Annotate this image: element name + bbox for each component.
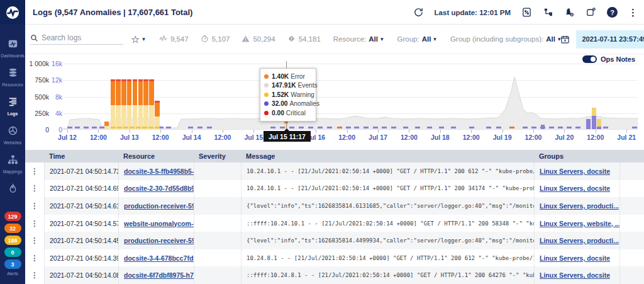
tooltip-value: 32.00 xyxy=(272,100,288,107)
column-header-message: Message xyxy=(241,152,534,160)
alert-count-badge[interactable]: 129 xyxy=(4,212,21,221)
anomaly-tick xyxy=(207,127,212,128)
sidebar-item-label: Dashboards xyxy=(1,54,25,58)
groups-link[interactable]: Linux Servers, docsite xyxy=(540,254,610,262)
resource-link[interactable]: docsite-6f7dbf8975-h75... xyxy=(124,271,194,279)
groups-link[interactable]: Linux Servers, docsite xyxy=(540,271,610,279)
ops-notes-control: Ops Notes xyxy=(582,55,635,63)
cell-severity xyxy=(194,162,241,180)
cell-message: ::ffff:10.24.8.1 - - [21/Jul/2021:02:50:… xyxy=(241,266,534,284)
y-axis-label-right: 16k xyxy=(51,60,62,67)
top-bar-actions: Last update: 12:01 PM ? ⋮ xyxy=(413,0,638,25)
groups-link[interactable]: Linux Servers, producti... xyxy=(540,202,619,210)
search-input[interactable] xyxy=(42,33,123,42)
x-axis-label: Jul 18 xyxy=(431,133,450,141)
x-axis-tick xyxy=(98,130,99,133)
y-axis-label-right: 12k xyxy=(51,76,62,84)
resource-link[interactable]: production-receiver-59... xyxy=(124,202,194,210)
cell-resource: docsite-3-4-678bcc7fdf... xyxy=(118,249,194,267)
cell-time: 2021-07-21 04:50:14.450 xyxy=(44,232,118,249)
more-menu-icon[interactable]: ⋮ xyxy=(628,7,638,18)
anomaly-tick xyxy=(575,127,580,128)
calendar-icon[interactable] xyxy=(560,35,570,44)
cell-severity xyxy=(194,232,241,249)
row-menu-kebab-icon[interactable]: ⋮ xyxy=(25,215,44,232)
logicmonitor-logo[interactable] xyxy=(0,0,25,25)
plot-area[interactable] xyxy=(63,64,638,130)
x-axis-label: Jul 17 xyxy=(369,133,387,141)
sidebar-item-logs[interactable]: Logs xyxy=(1,96,25,116)
y-axis-label-left: 750k xyxy=(25,76,49,84)
resource-link[interactable]: docsite-2-30-7d55d8b9... xyxy=(124,185,194,192)
sidebar-item-flame[interactable] xyxy=(1,183,25,196)
y-axis-label-right: 0 xyxy=(51,126,62,133)
sidebar-item-resources[interactable]: Resources xyxy=(1,67,25,87)
tooltip-label: Error xyxy=(291,73,305,80)
anomaly-tick xyxy=(496,127,501,128)
groups-link[interactable]: Linux Servers, website, ... xyxy=(540,220,619,227)
database-percent-icon[interactable] xyxy=(521,7,532,18)
column-header-groups: Groups xyxy=(534,152,619,160)
time-range-picker[interactable]: 2021-07-11 23:57:49 - 2021-07-21 04:50:1… xyxy=(576,30,644,48)
help-icon[interactable]: ? xyxy=(607,7,618,18)
warnings-stat[interactable]: 50,294 xyxy=(242,35,275,44)
open-window-icon[interactable] xyxy=(586,7,596,18)
saved-filters-star[interactable]: ☆ ▾ xyxy=(131,33,145,45)
errors-stat[interactable]: 54,181 xyxy=(287,35,321,44)
series-color-dot xyxy=(264,83,269,88)
anomaly-tick xyxy=(391,127,396,128)
alert-count-badge[interactable]: 0 xyxy=(4,247,21,257)
tooltip-row: 0.00Critical xyxy=(264,108,312,118)
x-axis-tick xyxy=(253,130,254,133)
pulse-icon xyxy=(159,35,167,44)
refresh-icon[interactable] xyxy=(413,7,424,18)
chart-tooltip: 1.40KError147.91KEvents1.52KWarning32.00… xyxy=(260,68,316,122)
groups-link[interactable]: Linux Servers, docsite xyxy=(540,185,610,192)
resources-icon xyxy=(8,67,18,81)
group-dropdown[interactable]: Group:All▾ xyxy=(397,35,436,43)
y-axis-label-left: 500k xyxy=(25,93,49,101)
tooltip-value: 0.00 xyxy=(272,110,284,116)
row-menu-kebab-icon[interactable]: ⋮ xyxy=(25,180,44,198)
anomalies-stat[interactable]: 9,547 xyxy=(159,35,189,44)
stacked-bar-segment xyxy=(121,105,126,129)
chevron-down-icon: ▾ xyxy=(433,36,436,42)
x-axis-label: Jul 14 xyxy=(182,133,201,141)
resource-link[interactable]: website-unomalycom-8... xyxy=(124,220,194,227)
ops-notes-toggle[interactable] xyxy=(582,55,597,63)
resource-link[interactable]: docsite-3-4-678bcc7fdf... xyxy=(124,254,194,262)
row-menu-kebab-icon[interactable]: ⋮ xyxy=(25,266,44,284)
cell-severity xyxy=(194,215,241,232)
resource-link[interactable]: docsite-3-5-ffb4958b5-... xyxy=(124,168,194,175)
sidebar-item-websites[interactable]: Websites xyxy=(1,125,25,145)
anomaly-tick xyxy=(558,127,563,128)
alert-count-badge[interactable]: 186 xyxy=(4,236,21,245)
group-including-subgroups-dropdown[interactable]: Group (including subgroups):All▾ xyxy=(450,35,561,43)
row-menu-kebab-icon[interactable]: ⋮ xyxy=(25,162,44,180)
row-menu-kebab-icon[interactable]: ⋮ xyxy=(25,232,44,249)
stacked-bar-segment xyxy=(149,81,154,105)
anomaly-tick xyxy=(439,127,444,128)
warning-triangle-icon xyxy=(242,35,250,44)
alert-settings-icon[interactable] xyxy=(564,7,575,18)
row-menu-kebab-icon[interactable]: ⋮ xyxy=(25,197,44,215)
resource-dropdown[interactable]: Resource:All▾ xyxy=(333,35,384,43)
tooltip-value: 1.52K xyxy=(272,91,289,98)
row-menu-kebab-icon[interactable]: ⋮ xyxy=(25,249,44,267)
sidebar-item-mappings[interactable]: Mappings xyxy=(1,154,25,174)
tooltip-row: 32.00Anomalies xyxy=(264,99,312,109)
alert-count-badge[interactable]: 3 xyxy=(4,259,21,269)
groups-link[interactable]: Linux Servers, docsite xyxy=(540,168,610,175)
sidebar-item-dashboards[interactable]: Dashboards xyxy=(1,38,25,58)
cell-resource: docsite-3-5-ffb4958b5-... xyxy=(118,162,194,180)
groups-link[interactable]: Linux Servers, producti... xyxy=(540,237,619,244)
resource-link[interactable]: production-receiver-59... xyxy=(124,237,194,244)
crosshair-time-badge: Jul 15 11:17 xyxy=(264,131,311,142)
cell-message: {"level":"info","ts":1626835814.6131685,… xyxy=(241,197,534,215)
alert-count-badge[interactable]: 32 xyxy=(4,224,21,233)
cell-end-spacer xyxy=(619,197,644,215)
cell-resource: website-unomalycom-8... xyxy=(118,215,194,232)
pipeline-icon[interactable] xyxy=(543,7,553,18)
anomaly-tick xyxy=(403,127,408,128)
sentiment-stat[interactable]: 5,107 xyxy=(201,35,230,44)
